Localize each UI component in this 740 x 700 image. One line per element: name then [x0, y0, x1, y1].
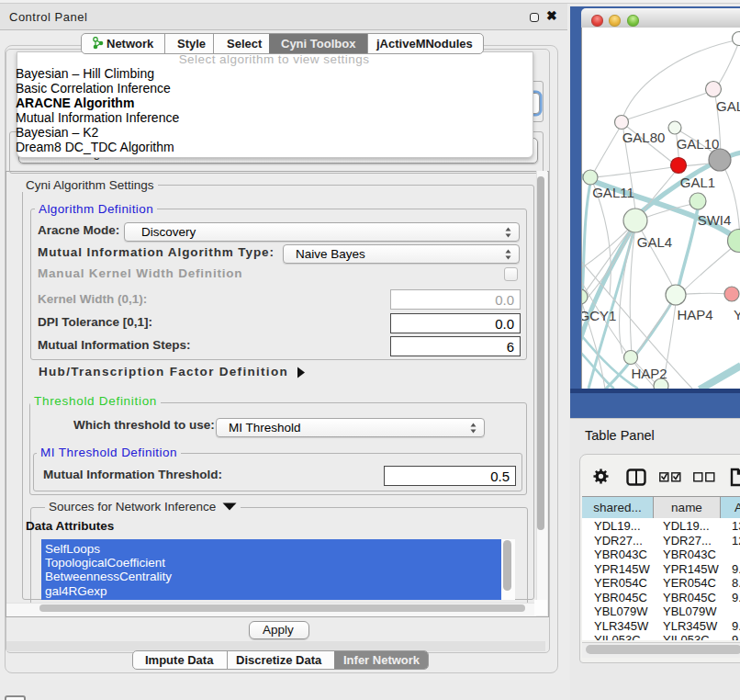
svg-text:HAP4: HAP4: [677, 307, 712, 322]
svg-text:Y: Y: [734, 307, 740, 322]
svg-text:HAP2: HAP2: [631, 366, 667, 381]
svg-text:GAL1: GAL1: [680, 175, 715, 190]
svg-text:SWI4: SWI4: [698, 212, 732, 228]
svg-text:GAL11: GAL11: [592, 185, 634, 200]
svg-text:GAL4: GAL4: [637, 234, 672, 250]
svg-text:GAL10: GAL10: [677, 136, 720, 152]
svg-text:GAL: GAL: [716, 98, 740, 114]
svg-text:GCY1: GCY1: [582, 308, 616, 323]
svg-text:GAL80: GAL80: [622, 130, 666, 145]
